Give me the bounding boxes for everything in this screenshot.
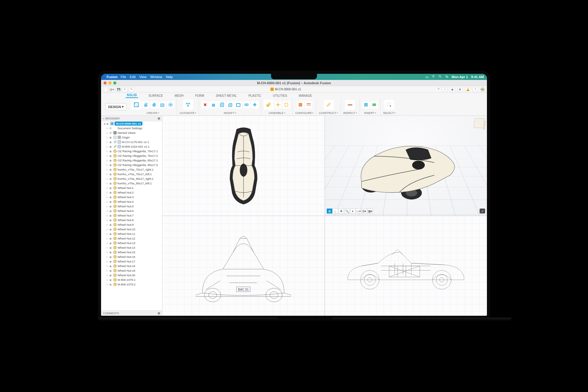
tree-item[interactable]: ▷◉Wheel Nut:9 xyxy=(101,222,162,227)
viewport-side[interactable] xyxy=(325,216,487,316)
insert-decal-button[interactable] xyxy=(371,101,378,108)
nav-fit-button[interactable]: ▾ xyxy=(350,209,356,213)
tree-root[interactable]: ◢◉▦M-CH-0000-001 v1 xyxy=(101,121,162,126)
configure-button[interactable] xyxy=(297,101,304,108)
ribbon-tab-form[interactable]: FORM xyxy=(194,93,205,98)
tree-item[interactable]: ▷◉Origin xyxy=(101,135,162,140)
tree-item[interactable]: ▷◉Wheel Nut:15 xyxy=(101,250,162,254)
configure-table-button[interactable] xyxy=(305,101,312,108)
viewport-front[interactable]: BAC 01 xyxy=(162,216,325,316)
comments-header[interactable]: COMMENTS xyxy=(101,310,162,316)
nav-display-button[interactable]: ▭▾ xyxy=(356,209,361,213)
undo-button[interactable]: ↶ xyxy=(122,87,128,92)
ribbon-tab-plastic[interactable]: PLASTIC xyxy=(247,93,262,98)
extensions-button[interactable]: ◉ xyxy=(450,87,455,92)
viewport-top[interactable] xyxy=(162,116,325,216)
tree-item[interactable]: ▷◉🔗M-BW-1024-001 v1:1 xyxy=(101,144,162,149)
browser-tree[interactable]: ◢◉▦M-CH-0000-001 v1▷⚙Document Settings▷⚙… xyxy=(101,121,162,310)
tree-item[interactable]: ▷◉Wheel Nut:16 xyxy=(101,254,162,259)
ribbon-tab-surface[interactable]: SURFACE xyxy=(147,93,164,98)
hole-button[interactable] xyxy=(167,101,174,108)
tree-item[interactable]: ▷◉OZ Racing Alleggerita, 85x17:2 xyxy=(101,163,162,167)
box-button[interactable] xyxy=(159,101,166,108)
tree-item[interactable]: ▷◉kumho_v70a_85x17_right:1 xyxy=(101,176,162,181)
menubar-date[interactable]: Mon Apr 1 xyxy=(452,75,468,79)
select-button[interactable] xyxy=(384,100,394,110)
combine-button[interactable] xyxy=(243,101,250,108)
tree-item[interactable]: ▷◉OZ Racing Alleggerita, 85x17:1 xyxy=(101,158,162,163)
tree-item[interactable]: ▷◉M-BW-1075:2 xyxy=(101,282,162,287)
revolve-button[interactable] xyxy=(150,101,158,108)
tree-item[interactable]: ▷◉kumho_v70a_75x17_right:1 xyxy=(101,167,162,172)
search-icon[interactable] xyxy=(438,75,442,79)
wifi-icon[interactable] xyxy=(432,75,435,79)
browser-header[interactable]: ◂BROWSER xyxy=(101,116,162,121)
panel-collapse-icon[interactable] xyxy=(158,312,160,315)
tree-item[interactable]: ▷◉Wheel Nut:17 xyxy=(101,259,162,264)
tree-item[interactable]: ▷◉Wheel Nut:2 xyxy=(101,190,162,195)
nav-home-button[interactable]: ⌂ xyxy=(333,209,338,213)
battery-icon[interactable]: ▭ xyxy=(425,75,428,79)
tree-item[interactable]: ▷◉Wheel Nut:3 xyxy=(101,195,162,199)
nav-fullscreen-button[interactable]: ⤢ xyxy=(480,209,485,213)
menu-file[interactable]: File xyxy=(121,75,126,79)
create-sketch-button[interactable] xyxy=(131,100,141,110)
redo-button[interactable]: ↷ xyxy=(129,87,134,92)
tree-item[interactable]: ▷◉Wheel Nut:19 xyxy=(101,268,162,273)
ribbon-tab-solid[interactable]: SOLID xyxy=(126,93,138,98)
tree-item[interactable]: ▷◉Wheel Nut:5 xyxy=(101,204,162,209)
tree-item[interactable]: ▷◉kumho_v70a_85x17_left:1 xyxy=(101,181,162,186)
shell-button[interactable] xyxy=(235,101,242,108)
job-status-button[interactable]: ✿ xyxy=(457,87,463,92)
tree-item[interactable]: ▷◉M-BW-1075:1 xyxy=(101,277,162,282)
workspace-switcher[interactable]: DESIGN▾ xyxy=(105,103,126,110)
file-menu-button[interactable]: ▤▾ xyxy=(109,87,115,92)
menu-help[interactable]: Help xyxy=(166,75,173,79)
tree-item[interactable]: ▷◉Wheel Nut:18 xyxy=(101,264,162,268)
automate-button[interactable] xyxy=(183,100,193,110)
tree-item[interactable]: ▷◉OZ Racing Alleggerita, 75x17:1 xyxy=(101,149,162,153)
tree-item[interactable]: ▷◉🔗M-CH-1175-001 v1:1 xyxy=(101,140,162,144)
viewport-perspective[interactable]: ⊞ ⌂ ✥ 🔍 ▾ ▭▾ ⊞▾ ▦▾ ⤢ xyxy=(325,116,487,216)
move-button[interactable]: ✥ xyxy=(251,101,258,108)
menu-view[interactable]: View xyxy=(139,75,147,79)
new-component-button[interactable] xyxy=(264,100,273,110)
save-button[interactable]: 💾 xyxy=(116,87,121,92)
tree-item[interactable]: ▷⚙Named Views xyxy=(101,130,162,135)
nav-viewports-button[interactable]: ▦▾ xyxy=(368,209,373,213)
app-name[interactable]: Fusion xyxy=(107,75,118,79)
nav-orbit-button[interactable]: ⊞ xyxy=(327,209,332,213)
tree-item[interactable]: ▷◉Wheel Nut:6 xyxy=(101,209,162,213)
tree-item[interactable]: ▷⚙Document Settings xyxy=(101,126,162,130)
new-tab-button[interactable]: ＋ xyxy=(442,87,447,92)
nav-grid-button[interactable]: ⊞▾ xyxy=(362,209,367,213)
help-button[interactable]: ? xyxy=(473,87,478,92)
menubar-time[interactable]: 9:41 AM xyxy=(471,75,484,79)
ribbon-tab-sheetmetal[interactable]: SHEET METAL xyxy=(215,93,238,98)
tree-item[interactable]: ▷◉Wheel Nut:14 xyxy=(101,245,162,250)
chamfer-button[interactable] xyxy=(226,101,234,108)
tree-item[interactable]: ▷◉Wheel Nut:1 xyxy=(101,186,162,190)
extrude-button[interactable] xyxy=(142,101,149,108)
tree-item[interactable]: ▷◉kumho_v70a_75x17_left:1 xyxy=(101,172,162,176)
tree-item[interactable]: ▷◉Wheel Nut:4 xyxy=(101,199,162,204)
user-avatar[interactable]: AL xyxy=(480,87,485,92)
tree-item[interactable]: ▷◉Wheel Nut:8 xyxy=(101,218,162,222)
menu-window[interactable]: Window xyxy=(150,75,162,79)
tree-item[interactable]: ▷◉Wheel Nut:10 xyxy=(101,227,162,232)
tree-item[interactable]: ▷◉Wheel Nut:12 xyxy=(101,236,162,241)
nav-pan-button[interactable]: ✥ xyxy=(338,209,344,213)
press-pull-button[interactable] xyxy=(210,101,217,108)
ribbon-tab-mesh[interactable]: MESH xyxy=(173,93,185,98)
joint-button[interactable] xyxy=(274,101,282,108)
delete-button[interactable]: ✖ xyxy=(202,101,209,108)
tree-item[interactable]: ▷◉Wheel Nut:7 xyxy=(101,213,162,218)
construct-plane-button[interactable] xyxy=(324,100,334,110)
data-panel-button[interactable]: ⋮⋮ xyxy=(103,87,108,92)
close-tab-button[interactable]: × xyxy=(436,87,441,92)
as-built-joint-button[interactable] xyxy=(283,101,290,108)
notifications-button[interactable]: 🔔 xyxy=(465,87,470,92)
tree-item[interactable]: ▷◉Wheel Nut:13 xyxy=(101,241,162,245)
tree-item[interactable]: ▷◉Wheel Nut:20 xyxy=(101,273,162,277)
ribbon-tab-utilities[interactable]: UTILITIES xyxy=(272,93,288,98)
